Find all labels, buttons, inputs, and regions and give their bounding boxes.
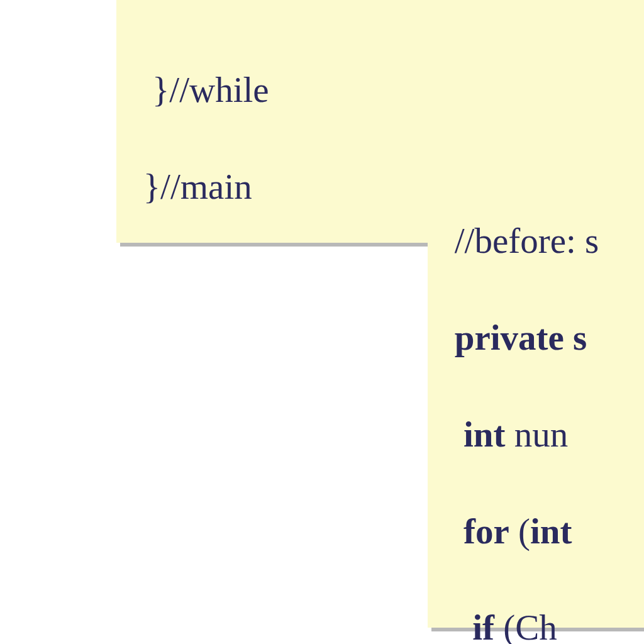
code-line: int nun bbox=[428, 411, 644, 459]
code-block-method: //before: s private s int nun for (int i… bbox=[428, 169, 644, 628]
code-line: if (Ch bbox=[428, 604, 644, 644]
code-line: }//while bbox=[116, 66, 644, 114]
code-line: //before: s bbox=[428, 217, 644, 265]
code-line: private s bbox=[428, 314, 644, 362]
code-line: for (int bbox=[428, 508, 644, 556]
